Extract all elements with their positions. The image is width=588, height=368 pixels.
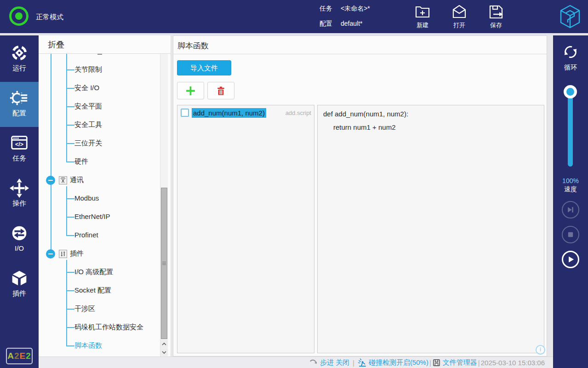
badge-letter: A [7,351,14,361]
tree-item-label: 插件 [70,249,84,258]
info-icon[interactable]: i [536,345,545,355]
play-button[interactable] [562,251,579,268]
scroll-up-button[interactable] [160,340,168,348]
brand-logo-icon [559,4,581,31]
task-label: 任务 [320,5,335,13]
step-next-button[interactable] [562,201,579,218]
tree-item-three-position-switch[interactable]: 三位开关 [39,134,159,153]
tree-branch [66,327,74,328]
tree-item-safety-plane[interactable]: 安全平面 [39,98,159,116]
tree-node-communication[interactable]: 通讯 [39,171,159,190]
speed-slider-track[interactable] [568,88,573,167]
tree-branch [66,143,74,144]
page-title: 脚本函数 [177,40,209,51]
tree-node-plugins[interactable]: 插件 [39,245,159,263]
version-badge[interactable]: A2E2 [6,348,33,364]
step-arrow-icon [309,358,318,367]
collapse-toggle[interactable] [46,249,55,259]
loop-label: 循环 [553,63,588,72]
code-line: return num1 + num2 [323,123,538,131]
collision-detect-status[interactable]: 碰撞检测开启(50%) [358,358,428,367]
config-row: 配置default* [320,20,362,28]
function-checkbox[interactable] [181,109,189,117]
tree-item-socket-config[interactable]: Socket 配置 [39,282,159,300]
sidebar-item-run[interactable]: 运行 [0,37,39,82]
tree-item-joint-limits[interactable]: 关节限制 [39,61,159,79]
badge-letter: 2 [26,351,31,361]
open-button-label: 打开 [447,21,471,29]
collision-detect-text: 碰撞检测开启(50%) [369,358,428,367]
tree-item-io-advanced[interactable]: I/O 高级配置 [39,263,159,282]
status-dot-inner [15,12,23,20]
new-file-icon [414,4,431,20]
code-line: def add_num(num1, num2): [323,110,538,118]
collapse-toggle[interactable] [46,176,55,185]
app-window: 正常模式 任务<未命名>* 配置default* 新建 打开 [0,0,588,368]
sidebar-item-label: 配置 [0,109,39,118]
tree-scrollbar[interactable] [160,54,168,356]
tree-branch [66,69,74,70]
tree-item-label: 干涉区 [74,305,95,313]
new-button[interactable]: 新建 [411,4,434,29]
stop-button[interactable] [562,226,579,243]
save-button[interactable]: 保存 [484,4,508,29]
tree-item-ethernet-ip[interactable]: EtherNet/IP [39,208,159,226]
scroll-down-button[interactable] [160,348,168,356]
tree-branch [66,106,74,107]
speed-slider-knob[interactable] [564,85,577,98]
sidebar-item-plugin[interactable]: 插件 [0,262,39,307]
sidebar-item-config[interactable]: 配置 [0,82,39,127]
left-nav-sidebar: 运行 配置 </> 任务 [0,35,39,368]
collision-icon [358,358,367,367]
file-manager-link[interactable]: 文件管理器 [432,358,477,367]
tree-item-label: 码垛机工作站数据安全 [74,323,143,332]
sidebar-item-label: I/O [0,244,39,252]
speed-label: 速度 [553,185,588,194]
sidebar-item-io[interactable]: I/O [0,217,39,262]
tree-item-profinet[interactable]: Profinet [39,226,159,245]
tree-item-modbus[interactable]: Modbus [39,190,159,208]
badge-letter: 2 [14,351,20,361]
antenna-icon [59,176,67,184]
speed-percent: 100% [553,177,588,184]
step-mode-status[interactable]: 步进 关闭 [309,358,349,367]
sidebar-item-operate[interactable]: 操作 [0,172,39,217]
task-code-icon: </> [9,132,30,154]
collapse-all-button[interactable]: 折叠 [39,35,171,54]
tree-item-safety-tool[interactable]: 安全工具 [39,116,159,134]
tree-item-safety-io[interactable]: 安全 I/O [39,79,159,98]
tree-branch [66,88,74,89]
tree-item-label: 关节限制 [74,65,102,74]
tree-item-label: 三位开关 [74,139,102,148]
code-preview-panel[interactable]: def add_num(num1, num2): return num1 + n… [317,105,544,353]
add-function-button[interactable] [177,82,204,99]
function-list-item[interactable]: add_num(num1, num2) add.script [177,105,314,121]
tree-item-label: 安全平面 [74,102,102,111]
config-label: 配置 [320,20,335,28]
function-list: add_num(num1, num2) add.script [177,105,314,353]
separator: | [429,359,431,367]
sliders-icon [59,250,67,258]
file-manager-text: 文件管理器 [443,358,477,367]
plus-icon [185,86,196,96]
scrollbar-thumb[interactable] [161,188,167,339]
badge-letter: E [20,351,26,361]
tree-item-palletizer-data-safety[interactable]: 码垛机工作站数据安全 [39,318,159,337]
loop-mode-button[interactable]: 循环 [553,43,588,72]
tree-item-script-functions[interactable]: 脚本函数 [39,337,159,355]
save-icon [488,4,504,20]
tree-item-label: Socket 配置 [74,286,111,295]
tree-item-label: 脚本函数 [74,341,102,350]
top-bar: 正常模式 任务<未命名>* 配置default* 新建 打开 [0,0,588,33]
open-button[interactable]: 打开 [447,4,471,29]
tree-item-interference-zone[interactable]: 干涉区 [39,300,159,318]
import-file-button[interactable]: 导入文件 [177,60,231,75]
tree-item-hardware[interactable]: 硬件 [39,153,159,171]
thumb-grip [162,262,166,262]
new-button-label: 新建 [411,21,434,29]
tree-item-label: I/O 高级配置 [74,268,113,276]
task-row: 任务<未命名>* [320,5,370,13]
delete-function-button[interactable] [207,82,234,99]
thumb-grip [162,264,166,265]
sidebar-item-task[interactable]: </> 任务 [0,127,39,172]
